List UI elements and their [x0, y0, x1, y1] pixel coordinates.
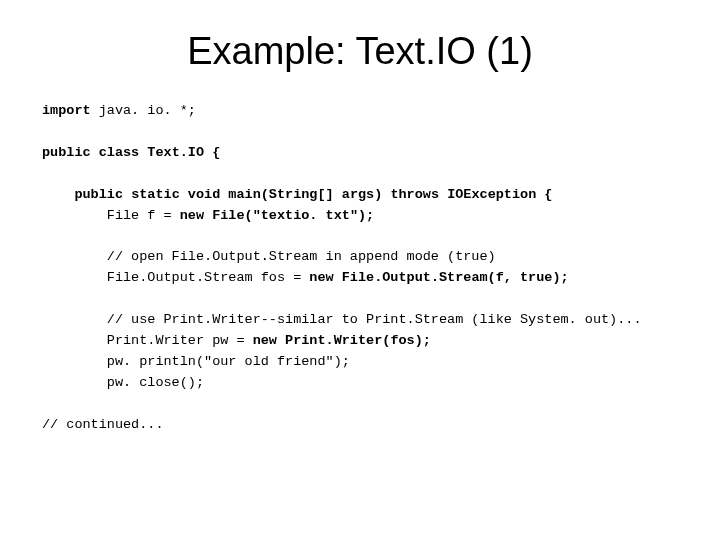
code-text: pw. close();	[42, 375, 204, 390]
kw-throws: throws	[390, 187, 439, 202]
kw-new: new	[309, 270, 333, 285]
kw-public: public	[42, 145, 91, 160]
code-text	[439, 187, 447, 202]
kw-void: void	[188, 187, 220, 202]
code-text	[334, 270, 342, 285]
code-text	[91, 145, 99, 160]
code-text: );	[552, 270, 568, 285]
exception-name: IOException {	[447, 187, 552, 202]
code-text: File f =	[42, 208, 180, 223]
kw-true: true	[520, 270, 552, 285]
code-text: pw. println("our old friend");	[42, 354, 350, 369]
page-title: Example: Text.IO (1)	[0, 30, 720, 73]
ctor-call: Print.Writer(fos);	[285, 333, 431, 348]
slide: Example: Text.IO (1) import java. io. *;…	[0, 30, 720, 540]
kw-new: new	[253, 333, 277, 348]
kw-new: new	[180, 208, 204, 223]
class-name: Text.IO {	[147, 145, 220, 160]
code-text: java. io. *;	[91, 103, 196, 118]
comment: // use Print.Writer--similar to Print.St…	[42, 312, 642, 327]
comment: // open File.Output.Stream in append mod…	[42, 249, 496, 264]
kw-public: public	[42, 187, 123, 202]
code-text	[123, 187, 131, 202]
code-text: File.Output.Stream fos =	[42, 270, 309, 285]
method-sig: main(String[] args)	[228, 187, 382, 202]
ctor-call: File.Output.Stream(f,	[342, 270, 512, 285]
code-text: Print.Writer pw =	[42, 333, 253, 348]
kw-static: static	[131, 187, 180, 202]
code-text	[512, 270, 520, 285]
code-block: import java. io. *; public class Text.IO…	[0, 101, 720, 436]
code-text: // continued...	[42, 417, 164, 432]
kw-class: class	[99, 145, 140, 160]
kw-import: import	[42, 103, 91, 118]
ctor-call: File("textio. txt");	[212, 208, 374, 223]
code-text	[204, 208, 212, 223]
code-text	[277, 333, 285, 348]
code-text	[180, 187, 188, 202]
